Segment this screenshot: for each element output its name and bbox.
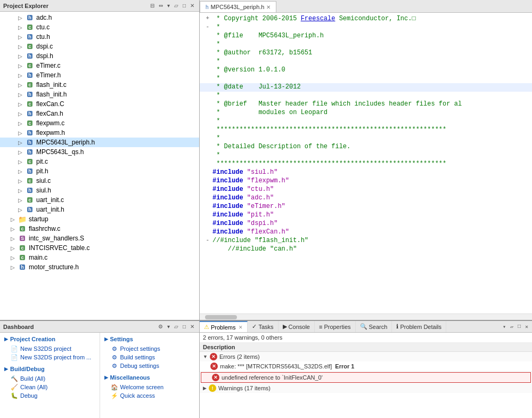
problems-close-button[interactable]: ✕ [523,323,530,331]
tab-search[interactable]: 🔍 Search [356,321,392,332]
problem-details-icon: ℹ [396,323,398,330]
new-s32ds-project-link[interactable]: 📄 New S32DS project [4,344,95,353]
problems-minimize-button[interactable]: ▱ [509,323,515,331]
list-item[interactable]: ▷ c siul.c [0,176,199,186]
welcome-screen-icon: 🏠 [111,383,118,391]
problems-tab-bar: ⚠ Problems ✕ ✓ Tasks ▶ Console ≡ Propert… [200,321,532,333]
list-item[interactable]: ▷ h flexpwm.h [0,128,199,138]
problems-tab-close[interactable]: ✕ [239,325,243,330]
expand-arrow: ▷ [11,255,18,261]
list-item[interactable]: ▷ h MPC5643L_qs.h [0,147,199,157]
problems-maximize-button[interactable]: □ [516,323,522,330]
debug-settings-link[interactable]: ⚙ Debug settings [104,361,195,370]
code-line: #include "pit.h" [200,211,532,220]
panel-close-button[interactable]: ✕ [189,2,196,9]
file-icon: h [26,206,34,213]
expand-arrow: ▷ [18,120,26,126]
debug-settings-icon: ⚙ [111,362,118,369]
dashboard-close-button[interactable]: ✕ [189,323,196,330]
editor-tab-mpc5643l[interactable]: h MPC5643L_periph.h ✕ [200,1,276,12]
list-item[interactable]: ▷ h siul.h [0,186,199,195]
list-item[interactable]: ▷ c ctu.c [0,22,199,32]
list-item[interactable]: ▷ h flash_init.h [0,90,199,99]
error-item-1[interactable]: ✕ make: *** [MTRCKTDRS5643L_S32DS.elf] E… [200,361,532,372]
code-text: * @file MPC5643L_periph.h [212,32,324,39]
tab-tasks[interactable]: ✓ Tasks [248,321,278,332]
editor-hscroll[interactable] [200,314,532,320]
list-item[interactable]: ▷ h flexCan.h [0,109,199,118]
list-item[interactable]: ▷ c pit.c [0,157,199,166]
tab-problem-details[interactable]: ℹ Problem Details [392,321,446,332]
list-item[interactable]: ▷ c flashrchw.c [0,224,199,234]
dashboard-menu-button[interactable]: ▾ [166,323,171,330]
list-item[interactable]: ▷ h motor_structure.h [0,262,199,272]
list-item[interactable]: ▷ h pit.h [0,166,199,176]
build-settings-link[interactable]: ⚙ Build settings [104,353,195,361]
project-settings-link[interactable]: ⚙ Project settings [104,344,195,353]
properties-tab-label: Properties [324,324,350,330]
panel-menu-button[interactable]: ▾ [166,2,171,9]
list-item[interactable]: ▷ c uart_init.c [0,195,199,205]
list-item[interactable]: ▷ h ctu.h [0,32,199,42]
tab-problems[interactable]: ⚠ Problems ✕ [200,321,248,332]
tab-properties[interactable]: ≡ Properties [315,321,356,332]
collapse-marker[interactable]: + [202,15,209,21]
tab-close-icon[interactable]: ✕ [266,4,271,10]
filename: eTimer.c [36,62,61,69]
list-item[interactable]: ▷ c dspi.c [0,42,199,51]
list-item[interactable]: ▷ c flexCan.C [0,99,199,109]
error-item-2[interactable]: ✕ undefined reference to `InitFlexCAN_0' [201,372,531,383]
list-item[interactable]: ▷ 📁 startup [0,214,199,224]
collapse-all-button[interactable]: ⊟ [149,2,156,9]
list-item[interactable]: ▷ h uart_init.h [0,205,199,214]
problems-filter-button[interactable]: ▾ [501,323,508,331]
panel-maximize-button[interactable]: □ [181,2,187,9]
quick-access-link[interactable]: ⚡ Quick access [104,391,195,400]
build-all-label: Build (All) [20,375,45,382]
filename: motor_structure.h [29,263,79,271]
collapse-marker[interactable]: - [202,237,209,243]
list-item[interactable]: ▷ S intc_sw_handlers.S [0,234,199,243]
panel-minimize-button[interactable]: ▱ [173,2,180,9]
quick-access-icon: ⚡ [111,392,118,399]
list-item[interactable]: ▷ c flexpwm.c [0,118,199,128]
errors-group-header[interactable]: ▼ ✕ Errors (2 items) [200,352,532,361]
tab-console[interactable]: ▶ Console [279,321,315,332]
list-item[interactable]: ▷ c flash_init.c [0,80,199,90]
project-explorer-titlebar: Project Explorer ⊟ ⇔ ▾ ▱ □ ✕ [0,0,199,12]
code-line: - * [200,23,532,32]
dashboard-minimize-button[interactable]: ▱ [173,323,180,330]
warnings-group-header[interactable]: ▶ ! Warnings (17 items) [200,383,532,393]
dashboard-maximize-button[interactable]: □ [181,323,187,330]
clean-all-link[interactable]: 🧹 Clean (All) [4,383,95,391]
code-line: * @author r63172, b15651 [200,49,532,58]
search-tab-label: Search [369,324,388,330]
code-text: #include "siul.h" [212,168,277,176]
collapse-marker[interactable]: - [202,23,209,30]
problem-details-label: Problem Details [400,324,441,330]
welcome-screen-link[interactable]: 🏠 Welcome screen [104,383,195,391]
expand-arrow: ▷ [18,149,26,155]
dashboard-settings-button[interactable]: ⚙ [157,323,165,330]
file-icon: c [26,81,34,89]
list-item[interactable]: ▷ c main.c [0,253,199,262]
expand-arrow: ▷ [11,236,18,242]
list-item[interactable]: ▷ c INTCISRVEC_table.c [0,243,199,253]
code-text: * [212,117,220,125]
filename: startup [29,215,48,223]
code-text: * [212,23,220,31]
list-item[interactable]: ▷ c eTimer.c [0,61,199,70]
editor-content[interactable]: + * Copyright 2006-2015 Freescale Semico… [200,13,532,314]
link-editor-button[interactable]: ⇔ [157,2,165,9]
list-item[interactable]: ▷ h adc.h [0,13,199,22]
new-s32ds-project-from-link[interactable]: 📄 New S32DS project from ... [4,353,95,361]
list-item[interactable]: ▷ h dspi.h [0,51,199,61]
file-icon: c [18,225,27,232]
debug-settings-label: Debug settings [120,363,159,369]
list-item[interactable]: ▷ h eTimer.h [0,70,199,80]
debug-link[interactable]: 🐛 Debug [4,391,95,400]
code-text: * @brief Master header file which includ… [212,100,462,108]
build-all-link[interactable]: 🔨 Build (All) [4,374,95,383]
console-tab-label: Console [289,324,310,330]
list-item[interactable]: ▷ h MPC5643L_periph.h [0,138,199,147]
